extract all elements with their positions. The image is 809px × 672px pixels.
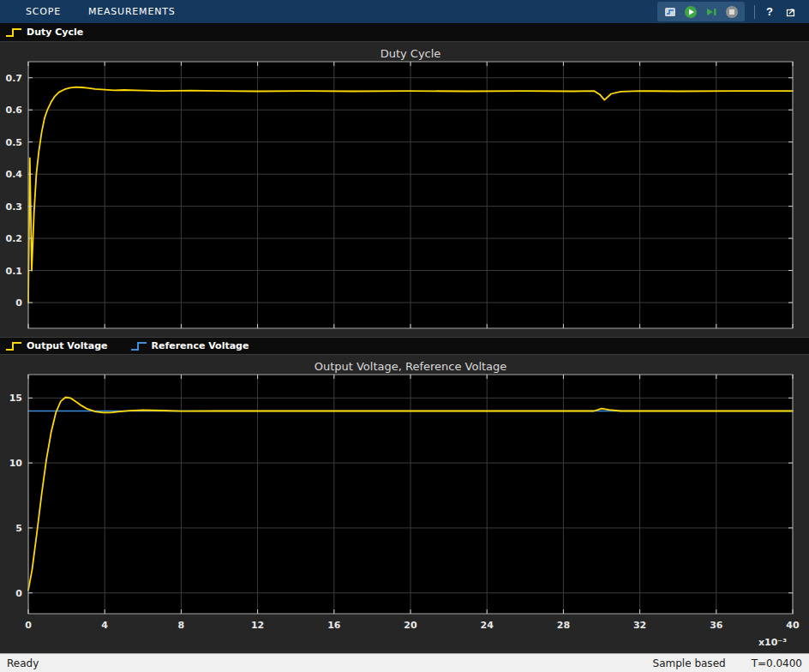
simulation-button-group [657, 2, 745, 21]
legend-label: Duty Cycle [27, 27, 83, 38]
help-button[interactable]: ? [759, 3, 780, 21]
run-button[interactable] [680, 3, 701, 21]
tab-measurements[interactable]: MEASUREMENTS [75, 0, 189, 23]
svg-text:28: 28 [557, 620, 570, 631]
step-forward-icon [704, 5, 718, 19]
svg-text:36: 36 [710, 620, 723, 631]
reference-voltage-line-sample-icon [130, 340, 147, 352]
stop-button[interactable] [722, 3, 742, 21]
legend-item-output-voltage[interactable]: Output Voltage [5, 340, 108, 352]
svg-text:0: 0 [25, 620, 32, 631]
svg-text:40: 40 [786, 620, 800, 631]
simulation-toolbar: ? [657, 2, 809, 21]
status-sample-mode: Sample based [653, 657, 726, 669]
svg-text:0.2: 0.2 [6, 233, 23, 244]
status-ready-text: Ready [7, 657, 39, 669]
toolbar-separator [754, 5, 755, 19]
status-bar: Ready Sample based T=0.0400 [0, 653, 809, 672]
svg-text:0.6: 0.6 [6, 105, 23, 116]
svg-text:20: 20 [404, 620, 417, 631]
svg-text:32: 32 [633, 620, 646, 631]
svg-text:5: 5 [15, 523, 22, 534]
svg-text:0: 0 [15, 297, 22, 309]
help-icon: ? [766, 5, 773, 18]
voltage-chart[interactable]: 0510150481216202428323640 [0, 355, 809, 653]
toolstrip-tabbar: SCOPE MEASUREMENTS [0, 0, 809, 23]
legend-voltages: Output Voltage Reference Voltage [0, 337, 809, 355]
svg-text:15: 15 [9, 393, 22, 404]
svg-text:0.3: 0.3 [6, 201, 23, 213]
svg-text:0: 0 [15, 588, 22, 599]
svg-text:0.7: 0.7 [6, 73, 23, 84]
legend-duty-cycle: Duty Cycle [0, 23, 809, 42]
duty-cycle-line-sample-icon [5, 27, 22, 39]
scope-window: SCOPE MEASUREMENTS [0, 0, 809, 672]
x-axis-multiplier-label: x10⁻³ [758, 637, 787, 648]
legend-item-duty-cycle[interactable]: Duty Cycle [5, 27, 83, 39]
output-voltage-line-sample-icon [5, 340, 22, 352]
step-forward-button[interactable] [701, 3, 722, 21]
legend-item-reference-voltage[interactable]: Reference Voltage [130, 340, 249, 352]
svg-text:4: 4 [101, 620, 108, 631]
run-icon [684, 5, 698, 19]
svg-text:8: 8 [178, 620, 185, 631]
legend-label: Reference Voltage [152, 340, 249, 351]
svg-text:0.5: 0.5 [6, 137, 23, 148]
svg-text:16: 16 [327, 620, 341, 631]
status-sim-time: T=0.0400 [752, 657, 802, 669]
svg-text:0.1: 0.1 [6, 266, 23, 277]
duty-cycle-chart[interactable]: 00.10.20.30.40.50.60.7 [0, 42, 809, 337]
tab-scope[interactable]: SCOPE [12, 0, 75, 23]
highlight-simulink-block-button[interactable] [660, 3, 680, 21]
legend-label: Output Voltage [27, 340, 108, 351]
svg-text:0.4: 0.4 [6, 169, 23, 180]
dock-button[interactable] [780, 3, 800, 21]
highlight-simulink-block-icon [663, 5, 677, 19]
svg-text:10: 10 [9, 458, 23, 469]
stop-icon [725, 5, 739, 19]
dock-icon [783, 5, 797, 19]
svg-text:24: 24 [481, 620, 494, 631]
svg-text:12: 12 [251, 620, 264, 631]
